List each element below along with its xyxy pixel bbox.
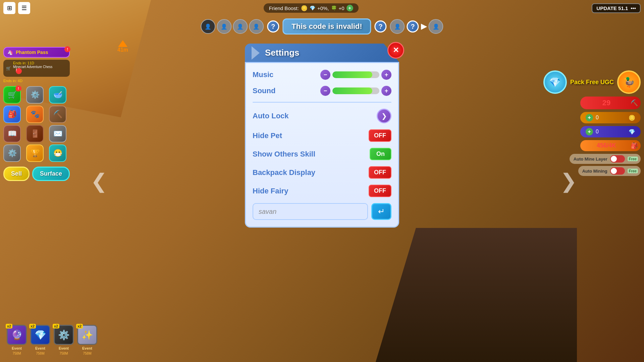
question-badge-right: ? (375, 20, 387, 33)
sound-volume-increase[interactable]: + (381, 86, 391, 96)
cog-button[interactable]: ⚙️ (3, 144, 21, 162)
boost-add-button[interactable]: + (346, 5, 353, 11)
auto-lock-button[interactable]: ❯ (377, 109, 391, 123)
music-volume-increase[interactable]: + (381, 70, 391, 80)
hide-pet-row: Hide Pet OFF (253, 129, 391, 142)
shop-button[interactable]: 🛒 ! (3, 86, 21, 104)
envelope-button[interactable]: ✉️ (49, 125, 66, 142)
code-input-area: ↵ (253, 203, 391, 220)
gold-coin-icon: 🪙 (629, 115, 635, 121)
friend-boost-bar: Friend Boost: 🪙 💎 +0%, 🍀 +0 + (264, 3, 359, 13)
mask-button[interactable]: 😷 (49, 144, 66, 162)
pass-emoji: 🦄 (7, 50, 13, 55)
avatar-2: 👤 (217, 19, 231, 34)
gem-amount: 0 (596, 129, 599, 135)
right-avatar-1: 👤 (390, 19, 405, 34)
pickaxe-bar: 29 ⛏️ (580, 97, 641, 109)
hide-pet-toggle[interactable]: OFF (369, 129, 391, 142)
gold-add-button[interactable]: + (586, 114, 593, 121)
distance-value: 41m (117, 47, 128, 53)
settings-divider (253, 102, 391, 103)
avatar-4: 👤 (249, 19, 264, 34)
pickaxe-count: 29 (602, 99, 610, 107)
settings-gear-button[interactable]: ⚙️ (26, 86, 44, 104)
item-label-3: Event (59, 346, 69, 350)
gem-diamond-icon: 💎 (629, 129, 635, 135)
list-item[interactable]: x2 💎 Event 758M (30, 325, 50, 355)
list-item[interactable]: x2 ⚙️ Event 758M (54, 325, 74, 355)
left-nav-arrow[interactable]: ❮ (91, 169, 107, 193)
menu-icon: ☰ (18, 2, 30, 14)
auto-mine-layer-row: Auto Mine Layer Free (570, 154, 641, 164)
sound-volume-decrease[interactable]: − (320, 86, 330, 96)
auto-mine-layer-toggle[interactable] (610, 155, 625, 163)
hide-fairy-row: Hide Fairy OFF (253, 185, 391, 197)
code-submit-button[interactable]: ↵ (371, 203, 391, 220)
duck-icon[interactable]: 🦆 (617, 70, 641, 94)
sound-volume-control: − + (320, 86, 391, 96)
gold-bar: + 0 🪙 (580, 112, 641, 123)
auto-mining-row: Auto Mining Free (578, 166, 641, 176)
banner-nav-arrow[interactable]: ▶ (421, 22, 427, 31)
x2-badge-1: x2 (6, 324, 12, 328)
hide-fairy-toggle[interactable]: OFF (369, 185, 391, 197)
title-arrow-icon (252, 46, 260, 60)
storage-value: 456/4K (597, 142, 616, 149)
auto-mining-toggle[interactable] (610, 167, 625, 175)
item-sublabel-1: 758M (12, 352, 21, 355)
roblox-icon: ⊞ (3, 2, 15, 14)
list-item[interactable]: x2 🔮 Event 758M (7, 325, 27, 355)
code-invalid-message: This code is invalid! (282, 18, 371, 35)
backpack-storage-icon: 🎒 (631, 142, 638, 149)
music-volume-bar (332, 71, 379, 78)
door-button[interactable]: 🚪 (26, 125, 44, 142)
right-panel: 💎 Pack Free UGC 🦆 29 ⛏️ + 0 🪙 + 0 💎 456/… (543, 70, 641, 176)
top-left-icons: ⊞ ☰ (3, 2, 30, 14)
boost-percent: +0%, (317, 5, 329, 11)
code-input-field[interactable] (253, 203, 368, 220)
event-notification: ! (16, 68, 22, 74)
list-item[interactable]: x2 ✨ Event 758M (77, 325, 97, 355)
trophy-button[interactable]: 🏆 (26, 144, 44, 162)
show-others-skill-row: Show Others Skill On (253, 148, 391, 160)
auto-mining-label: Auto Mining (582, 169, 607, 174)
settings-close-button[interactable]: ✕ (387, 42, 404, 59)
mine-layer-free-badge: Free (628, 157, 638, 161)
surface-button[interactable]: Surface (32, 167, 70, 181)
phantom-pass-card[interactable]: 🦄 Phantom Pass ! (3, 47, 70, 58)
event-card: 🛒 Ends in: 11D Minecart Adventure Chess … (3, 60, 70, 77)
book-button[interactable]: 📖 (3, 125, 21, 142)
show-others-skill-toggle[interactable]: On (370, 148, 391, 160)
item-sublabel-2: 758M (36, 352, 44, 355)
gem-add-button[interactable]: + (586, 128, 593, 135)
item-icon-1: x2 🔮 (7, 325, 27, 345)
right-avatar-2: 👤 (429, 19, 443, 34)
backpack-display-toggle[interactable]: OFF (369, 166, 391, 179)
left-sidebar: 🦄 Phantom Pass ! 🛒 Ends in: 11D Minecart… (3, 47, 70, 181)
backpack-button[interactable]: 🎒 (3, 106, 21, 123)
sell-button[interactable]: Sell (3, 167, 30, 181)
music-volume-decrease[interactable]: − (320, 70, 330, 80)
item-label-2: Event (35, 346, 45, 350)
settings-title-bar: Settings (245, 44, 399, 62)
settings-modal: Settings ✕ Music − + Sound − + (245, 44, 399, 228)
item-sublabel-3: 758M (59, 352, 68, 355)
pickaxe-button[interactable]: ⛏️ (49, 106, 66, 123)
paw-button[interactable]: 🐾 (26, 106, 44, 123)
bowl-button[interactable]: 🥣 (49, 86, 66, 104)
item-sublabel-4: 758M (83, 352, 91, 355)
question-badge-right2: ? (407, 20, 419, 33)
item-icon-4: x2 ✨ (77, 325, 97, 345)
coin-icon: 🪙 (301, 5, 308, 11)
gem-pack-icon[interactable]: 💎 (543, 70, 567, 94)
sound-volume-bar (332, 87, 379, 94)
top-bar: ⊞ ☰ Friend Boost: 🪙 💎 +0%, 🍀 +0 + UPDATE… (0, 0, 644, 16)
hide-fairy-label: Hide Fairy (253, 187, 288, 195)
avatar-3: 👤 (233, 19, 248, 34)
show-others-skill-label: Show Others Skill (253, 150, 315, 159)
player-avatars: 👤 👤 👤 👤 (201, 19, 264, 34)
hide-pet-label: Hide Pet (253, 131, 282, 140)
update-badge: UPDATE 51.1 ••• (592, 3, 641, 13)
sidebar-buttons: 🛒 ! ⚙️ 🥣 🎒 🐾 ⛏️ 📖 🚪 ✉️ ⚙️ 🏆 😷 (3, 86, 70, 162)
update-version: UPDATE 51.1 (596, 5, 628, 11)
